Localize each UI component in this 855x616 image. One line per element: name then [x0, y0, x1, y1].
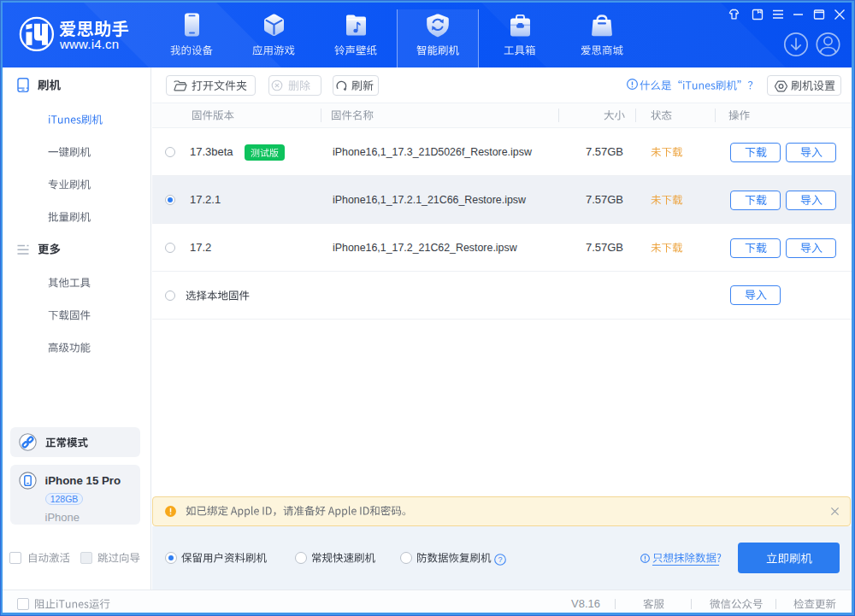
- svg-text:?: ?: [498, 555, 503, 564]
